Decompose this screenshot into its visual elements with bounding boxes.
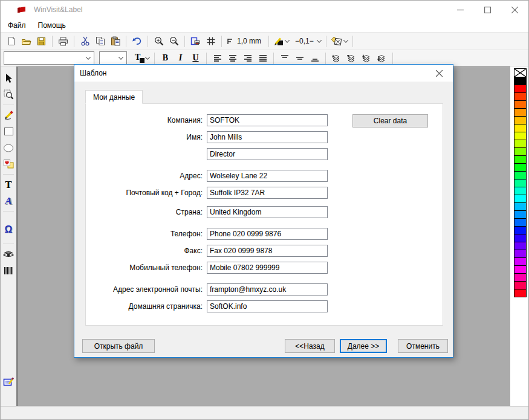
postcode-city-input[interactable] (207, 187, 328, 199)
valign-bottom-button[interactable] (307, 51, 322, 65)
mobile-input[interactable] (207, 262, 328, 274)
align-justify-button[interactable] (255, 51, 270, 65)
clear-data-button[interactable]: Clear data (352, 114, 428, 128)
text-tool-button[interactable]: T (1, 177, 16, 192)
zoom-region-tool-button[interactable] (1, 87, 16, 102)
color-swatch[interactable] (514, 289, 527, 297)
valign-top-button[interactable] (277, 51, 292, 65)
ellipse-tool-button[interactable] (1, 140, 16, 155)
line-width-control[interactable]: −0,1− (291, 34, 323, 48)
tool-palette: T A Ω (1, 66, 18, 406)
color-swatch[interactable] (514, 124, 527, 132)
color-swatch[interactable] (514, 282, 527, 289)
country-input[interactable] (207, 206, 328, 218)
send-to-back-button[interactable] (374, 51, 389, 65)
color-swatch[interactable] (514, 85, 527, 93)
pencil-tool-button[interactable] (1, 108, 16, 123)
color-swatch[interactable] (514, 203, 527, 211)
zoom-in-button[interactable] (151, 34, 166, 48)
barcode-tool-button[interactable] (1, 263, 16, 278)
fill-color-button[interactable] (329, 34, 349, 48)
color-swatch[interactable] (514, 219, 527, 227)
align-right-button[interactable] (240, 51, 255, 65)
open-file-button[interactable] (19, 34, 34, 48)
copy-button[interactable] (92, 34, 108, 48)
data-form-tool-button[interactable] (1, 374, 16, 389)
symbol-tool-button[interactable]: Ω (1, 222, 16, 237)
color-swatch[interactable] (514, 258, 527, 266)
color-swatch[interactable] (514, 101, 527, 109)
no-color-swatch[interactable] (514, 68, 527, 77)
color-swatch[interactable] (514, 274, 527, 282)
underline-button[interactable]: U (188, 51, 203, 65)
align-center-button[interactable] (225, 51, 240, 65)
font-size-combo[interactable] (99, 51, 127, 65)
company-input[interactable] (207, 114, 328, 126)
next-button[interactable]: Далее >> (340, 339, 387, 353)
color-swatch[interactable] (514, 179, 527, 187)
name-input[interactable] (207, 131, 328, 143)
italic-button[interactable]: I (173, 51, 188, 65)
color-swatch[interactable] (514, 227, 527, 234)
clipart-tool-button[interactable] (1, 157, 16, 172)
wordart-tool-button[interactable]: A (1, 193, 16, 208)
color-swatch[interactable] (514, 117, 527, 124)
minimize-button[interactable] (447, 1, 474, 19)
rectangle-tool-button[interactable] (1, 124, 16, 139)
color-swatch[interactable] (514, 148, 527, 156)
color-swatch[interactable] (514, 250, 527, 258)
dialog-close-button[interactable] (426, 65, 453, 82)
label-print-setup-button[interactable] (188, 34, 203, 48)
maximize-button[interactable] (474, 1, 501, 19)
align-left-button[interactable] (210, 51, 225, 65)
bring-to-front-button[interactable] (359, 51, 374, 65)
job-title-input[interactable] (207, 148, 328, 160)
cancel-button[interactable]: Отменить (398, 339, 448, 353)
open-file-dialog-button[interactable]: Открыть файл (82, 339, 155, 353)
color-swatch[interactable] (514, 242, 527, 250)
print-button[interactable] (56, 34, 71, 48)
homepage-input[interactable] (207, 300, 328, 312)
color-swatch[interactable] (514, 140, 527, 148)
color-swatch[interactable] (514, 93, 527, 101)
send-backward-button[interactable] (344, 51, 359, 65)
undo-button[interactable] (129, 34, 144, 48)
font-family-combo[interactable] (4, 51, 94, 65)
bring-forward-button[interactable] (329, 51, 344, 65)
address-input[interactable] (207, 170, 328, 182)
back-button[interactable]: <<Назад (285, 339, 335, 353)
color-swatch[interactable] (514, 187, 527, 195)
color-swatch[interactable] (514, 172, 527, 179)
color-swatch[interactable] (514, 164, 527, 172)
color-swatch[interactable] (514, 77, 527, 85)
color-swatch[interactable] (514, 234, 527, 242)
valign-middle-button[interactable] (292, 51, 307, 65)
text-color-button[interactable]: T (133, 51, 151, 65)
bold-button[interactable]: B (158, 51, 173, 65)
zoom-out-button[interactable] (166, 34, 181, 48)
preview-tool-button[interactable] (1, 247, 16, 262)
menu-help[interactable]: Помощь (32, 19, 72, 31)
color-swatch[interactable] (514, 195, 527, 203)
color-swatch[interactable] (514, 156, 527, 164)
fax-input[interactable] (207, 245, 328, 257)
email-input[interactable] (207, 283, 328, 296)
color-swatch[interactable] (514, 266, 527, 274)
color-swatch[interactable] (514, 109, 527, 117)
color-swatch[interactable] (514, 132, 527, 140)
color-swatch[interactable] (514, 211, 527, 219)
form-row-mobile: Мобильный телефон: (86, 262, 443, 274)
select-tool-button[interactable] (1, 71, 16, 86)
country-label: Страна: (86, 208, 207, 216)
paste-button[interactable] (108, 34, 123, 48)
menu-file[interactable]: Файл (2, 19, 32, 31)
grid-button[interactable] (203, 34, 218, 48)
close-button[interactable] (501, 1, 528, 19)
tab-my-data[interactable]: Мои данные (85, 90, 143, 104)
save-button[interactable] (34, 34, 49, 48)
cut-button[interactable] (77, 34, 92, 48)
pen-color-button[interactable] (272, 34, 291, 48)
grid-spacing-control[interactable]: 1,0 mm (225, 34, 265, 48)
phone-input[interactable] (207, 228, 328, 240)
new-document-button[interactable] (4, 34, 19, 48)
